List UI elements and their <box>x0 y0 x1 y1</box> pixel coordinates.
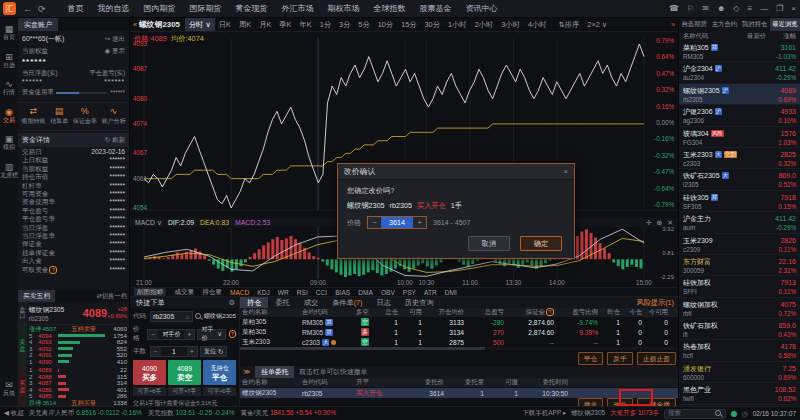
search-icon[interactable] <box>195 313 202 320</box>
close-position-button[interactable]: 无持仓平仓 <box>203 360 236 385</box>
buy-long-button[interactable]: 4090买多 <box>133 360 166 385</box>
止损止盈-button[interactable]: 止损止盈 <box>637 352 676 365</box>
add-pane-icon[interactable]: ✛ <box>646 219 652 227</box>
indicator-tab-DMA[interactable]: DMA <box>358 289 373 296</box>
watchlist-row-i2305[interactable]: 铁矿石2305大869.0i23050.52% <box>679 169 800 190</box>
cancel-button[interactable]: 取消 <box>468 236 510 251</box>
sidebar-item-首页[interactable]: ▦首页 <box>0 24 18 41</box>
position-row[interactable]: 菜粕305RM305郑空113133-2802,874.60-9.74%100 <box>240 317 678 327</box>
nav-item-国际期货[interactable]: 国际期货 <box>190 3 222 14</box>
expand-right-icon[interactable]: » <box>671 20 675 29</box>
watchlist-tab-主力合约[interactable]: 主力合约 <box>709 18 739 31</box>
indicator-tab-WR[interactable]: WR <box>278 289 289 296</box>
indicator-tab-MACD[interactable]: MACD <box>230 289 249 296</box>
watchlist-tab-最近浏览[interactable]: 最近浏览 <box>770 18 800 31</box>
qty-stepper[interactable]: −1+ <box>150 346 198 357</box>
nav-item-国内期货[interactable]: 国内期货 <box>144 3 176 14</box>
watchlist-row-FG304[interactable]: 玻璃304风险1576FG3041.03% <box>679 127 800 148</box>
tab-成交[interactable]: 成交 <box>297 297 325 308</box>
tab-历史查询[interactable]: 历史查询 <box>398 297 441 308</box>
switch-level-button[interactable]: ⇄切换一档 <box>97 292 127 301</box>
minimize-icon[interactable]: — <box>760 4 768 13</box>
user-icon[interactable]: ☻ <box>717 4 725 13</box>
quick-action-保证金率[interactable]: %保证金率 <box>73 107 97 126</box>
position-row[interactable]: 菜粕305RM305郑多1131342702,874.609.39%100 <box>240 327 678 337</box>
watchlist-row-SFFI[interactable]: 硅铁加权7913SFFI0.11% <box>679 276 800 297</box>
support-icon[interactable]: ☎ <box>669 4 679 13</box>
nav-item-股票基金[interactable]: 股票基金 <box>420 3 452 14</box>
watchlist-row-RM305[interactable]: 菜粕305郑3161RM305-1.03% <box>679 41 800 62</box>
dialog-close-icon[interactable]: × <box>563 167 568 176</box>
sidebar-item-龙虎榜[interactable]: ▥龙虎榜 <box>0 162 18 179</box>
watchlist-row-au2304[interactable]: 沪金2304沪411.42au2304-0.29% <box>679 62 800 83</box>
pending-order-row[interactable]: 螺纹钢2305rb2305买入开仓36141110:30:50 <box>240 388 678 398</box>
indicator-selector[interactable]: MACD ∨ <box>135 219 162 227</box>
close-icon[interactable]: × <box>791 4 796 13</box>
period-tab-5分[interactable]: 5分 <box>354 18 373 31</box>
nav-item-我的自选[interactable]: 我的自选 <box>98 3 130 14</box>
quick-action-账户分析[interactable]: ∿账户分析 <box>102 107 126 126</box>
question-icon[interactable]: ? <box>49 266 57 274</box>
indicator-tab-KDJ[interactable]: KDJ <box>257 289 269 296</box>
refresh-funds-button[interactable]: ↻ 刷新 <box>105 136 125 145</box>
watchlist-row-aum[interactable]: 沪金主力411.42aum-0.29% <box>679 212 800 233</box>
indicator-tab-OBV[interactable]: OBV <box>381 289 395 296</box>
sidebar-item-自选[interactable]: ⊞自选 <box>0 52 18 69</box>
tab-持仓[interactable]: 持仓 <box>240 297 268 308</box>
position-row[interactable]: 玉米2303c2303大空112875500----100 <box>240 337 678 347</box>
period-tab-4小时[interactable]: 4小时 <box>524 18 551 31</box>
watchlist-row-300059[interactable]: 东方财富22.163000592.31% <box>679 255 800 276</box>
restore-icon[interactable]: ❐ <box>776 4 783 13</box>
period-tab-月K[interactable]: 月K <box>255 18 275 31</box>
period-tab-2小时[interactable]: 2小时 <box>471 18 498 31</box>
sell-short-button[interactable]: 4089卖空 <box>168 360 201 385</box>
period-tab-3分[interactable]: 3分 <box>335 18 354 31</box>
watchlist-tab-自选期货[interactable]: 自选期货 <box>679 18 709 31</box>
price-mode-dropdown[interactable]: 对手价∨ <box>197 329 226 340</box>
feedback-button[interactable]: ✉反馈 <box>0 380 18 397</box>
logout-button[interactable]: ↪ 退出 <box>105 35 125 44</box>
collapse-left-icon[interactable]: « <box>133 20 137 29</box>
period-tab-季K[interactable]: 季K <box>275 18 295 31</box>
period-tab-日K[interactable]: 日K <box>215 18 235 31</box>
watchlist-row-fwifi[interactable]: 黑色产业108.52fwifi0.62% <box>679 383 800 404</box>
question-icon[interactable]: ? <box>546 308 554 316</box>
indicator-tab-CCI[interactable]: CCI <box>316 289 327 296</box>
反手-button[interactable]: 反手 <box>607 352 633 365</box>
nav-item-外汇市场[interactable]: 外汇市场 <box>282 3 314 14</box>
sidebar-item-模拟[interactable]: ▣模拟 <box>0 134 18 151</box>
sidebar-item-行情[interactable]: ∿行情 <box>0 79 18 96</box>
price-minus-button[interactable]: − <box>368 217 381 228</box>
price-input[interactable]: 3614 <box>381 217 413 228</box>
app-download-link[interactable]: 下载手机APP ▸ <box>522 409 566 418</box>
watchlist-row-hcfi[interactable]: 热卷加权4178hcfi0.58% <box>679 340 800 361</box>
tab-委托[interactable]: 委托 <box>268 297 296 308</box>
sort-button[interactable]: ⇅排序 <box>555 18 584 31</box>
gear-icon[interactable]: ⚙ <box>229 298 235 307</box>
indicator-tab-RSI[interactable]: RSI <box>297 289 308 296</box>
mail-icon[interactable]: ✉ <box>702 4 709 13</box>
horizontal-scrollbar[interactable] <box>240 347 678 350</box>
period-tab-周K[interactable]: 周K <box>235 18 255 31</box>
refresh-icon[interactable]: ⟳ <box>38 4 46 14</box>
period-tab-10分[interactable]: 10分 <box>374 18 397 31</box>
tab-日志[interactable]: 日志 <box>369 297 397 308</box>
tab-five-levels[interactable]: 买卖五档 <box>18 290 55 302</box>
reset-button[interactable]: 复位↻ <box>200 346 227 357</box>
sidebar-item-交易[interactable]: ◉交易 <box>0 107 18 124</box>
menu-icon[interactable]: ≡ <box>747 4 752 13</box>
indicator-tab-PSY[interactable]: PSY <box>403 289 416 296</box>
period-tab-30分[interactable]: 30分 <box>421 18 444 31</box>
watchlist-row-SF305[interactable]: 硅铁305郑7918SF3050.15% <box>679 191 800 212</box>
show-toggle[interactable]: ◉ 显示 <box>105 47 125 56</box>
code-input[interactable]: rb2305⌂ <box>150 311 193 322</box>
period-tab-分时[interactable]: 分时 ∨ <box>185 18 215 31</box>
nav-item-黄金现货[interactable]: 黄金现货 <box>236 3 268 14</box>
period-tab-1分[interactable]: 1分 <box>316 18 335 31</box>
watchlist-row-ag2306[interactable]: 沪银2306沪4933ag23060.10% <box>679 105 800 126</box>
indicator-tab-BIAS[interactable]: BIAS <box>335 289 350 296</box>
back-icon[interactable]: ← <box>23 4 32 14</box>
help-icon[interactable]: ? <box>229 330 236 338</box>
layout-dropdown[interactable]: 2×2 ∨ <box>583 18 611 31</box>
price-plus-button[interactable]: + <box>413 217 426 228</box>
